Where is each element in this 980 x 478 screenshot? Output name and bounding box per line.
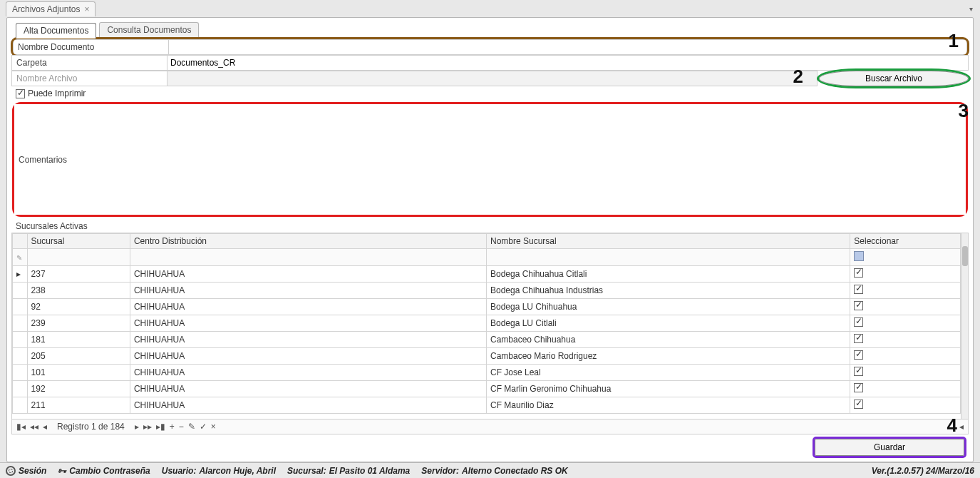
grid-header-centro-distribucion[interactable]: Centro Distribución [130, 234, 486, 249]
nav-prev-page-icon[interactable]: ◂◂ [30, 422, 38, 432]
cell-seleccionar[interactable] [850, 299, 961, 315]
cell-sucursal: 205 [27, 348, 130, 365]
cell-sucursal: 238 [27, 283, 130, 299]
label-comentarios: Comentarios [14, 104, 170, 215]
nav-prev-icon[interactable]: ◂ [43, 422, 47, 432]
grid-header-row: Sucursal Centro Distribución Nombre Sucu… [13, 234, 961, 249]
filter-nombre-sucursal[interactable] [486, 249, 850, 266]
filter-icon[interactable]: ✎ [16, 254, 22, 262]
filter-sucursal[interactable] [27, 249, 130, 266]
input-nombre-documento[interactable] [168, 39, 967, 55]
row-nombre-documento: Nombre Documento [13, 39, 967, 55]
grid-header-sucursal[interactable]: Sucursal [27, 234, 130, 249]
cell-nombre-sucursal: Bodega Chihuahua Citlali [486, 266, 850, 283]
annotation-4: 4 [947, 415, 957, 437]
table-row[interactable]: ▸237CHIHUAHUABodega Chihuahua Citlali [13, 266, 961, 283]
inner-tab-bar: Alta Documentos Consulta Documentos [11, 22, 969, 38]
label-puede-imprimir: Puede Imprimir [28, 88, 86, 98]
app-tab[interactable]: Archivos Adjuntos × [6, 1, 96, 16]
cell-sucursal: 211 [27, 397, 130, 414]
nav-next-icon[interactable]: ▸ [135, 422, 139, 432]
row-indicator [13, 381, 28, 397]
checkbox-puede-imprimir[interactable] [16, 89, 25, 98]
row-indicator [13, 283, 28, 299]
table-row[interactable]: 239CHIHUAHUABodega LU Citlali [13, 315, 961, 332]
guardar-button[interactable]: Guardar [815, 439, 964, 456]
filter-seleccionar[interactable] [850, 249, 961, 266]
grid-filter-row: ✎ [13, 249, 961, 266]
table-row[interactable]: 238CHIHUAHUABodega Chihuahua Industrias [13, 283, 961, 299]
label-carpeta: Carpeta [11, 55, 167, 71]
table-row[interactable]: 205CHIHUAHUACambaceo Mario Rodriguez [13, 348, 961, 365]
app-tab-bar: Archivos Adjuntos × ▾ [0, 0, 980, 17]
table-row[interactable]: 92CHIHUAHUABodega LU Chihuahua [13, 299, 961, 315]
cell-seleccionar[interactable] [850, 332, 961, 348]
row-indicator [13, 365, 28, 381]
nav-last-icon[interactable]: ▸▮ [156, 422, 165, 432]
cell-seleccionar[interactable] [850, 315, 961, 332]
input-carpeta[interactable] [167, 55, 969, 71]
annotation-3: 3 [959, 100, 969, 122]
nav-first-icon[interactable]: ▮◂ [16, 422, 26, 432]
nav-add-icon[interactable]: + [170, 422, 175, 432]
status-sesion[interactable]: Sesión [19, 466, 46, 476]
nav-next-page-icon[interactable]: ▸▸ [143, 422, 152, 432]
tab-menu-dropdown-icon[interactable]: ▾ [969, 5, 973, 13]
cell-seleccionar[interactable] [850, 266, 961, 283]
nav-record-text: Registro 1 de 184 [57, 422, 125, 432]
grid-header-seleccionar[interactable]: Seleccionar [850, 234, 961, 249]
row-indicator [13, 397, 28, 414]
nav-accept-icon[interactable]: ✓ [200, 422, 207, 432]
status-usuario: Alarcon Huje, Abril [199, 466, 276, 476]
table-row[interactable]: 181CHIHUAHUACambaceo Chihuahua [13, 332, 961, 348]
cell-centro-distribucion: CHIHUAHUA [130, 348, 486, 365]
row-indicator [13, 299, 28, 315]
cell-seleccionar[interactable] [850, 348, 961, 365]
filter-centro-distribucion[interactable] [130, 249, 486, 266]
table-row[interactable]: 101CHIHUAHUACF Jose Leal [13, 365, 961, 381]
status-sucursal-label: Sucursal: [287, 466, 326, 476]
cell-seleccionar[interactable] [850, 365, 961, 381]
cell-nombre-sucursal: CF Maurilio Diaz [486, 397, 850, 414]
main-panel: Alta Documentos Consulta Documentos Nomb… [6, 17, 974, 462]
row-indicator [13, 348, 28, 365]
row-indicator: ▸ [13, 266, 28, 283]
nav-scroll-left-icon[interactable]: ◂ [959, 422, 964, 432]
grid-header-indicator [13, 234, 28, 249]
cell-sucursal: 92 [27, 299, 130, 315]
table-row[interactable]: 192CHIHUAHUACF Marlin Geronimo Chihuahua [13, 381, 961, 397]
cell-seleccionar[interactable] [850, 381, 961, 397]
status-servidor: Alterno Conectado RS OK [462, 466, 568, 476]
nav-remove-icon[interactable]: − [179, 422, 184, 432]
cell-nombre-sucursal: CF Marlin Geronimo Chihuahua [486, 381, 850, 397]
annotation-1: 1 [949, 30, 959, 52]
buscar-archivo-button[interactable]: Buscar Archivo [819, 71, 969, 86]
cell-centro-distribucion: CHIHUAHUA [130, 381, 486, 397]
cell-nombre-sucursal: CF Jose Leal [486, 365, 850, 381]
cell-centro-distribucion: CHIHUAHUA [130, 266, 486, 283]
cell-seleccionar[interactable] [850, 397, 961, 414]
cell-centro-distribucion: CHIHUAHUA [130, 283, 486, 299]
cell-seleccionar[interactable] [850, 283, 961, 299]
close-icon[interactable]: × [84, 4, 89, 14]
input-comentarios[interactable] [170, 104, 966, 215]
nav-cancel-icon[interactable]: × [211, 422, 216, 432]
cell-nombre-sucursal: Bodega LU Citlali [486, 315, 850, 332]
table-row[interactable]: 211CHIHUAHUACF Maurilio Diaz [13, 397, 961, 414]
cell-centro-distribucion: CHIHUAHUA [130, 397, 486, 414]
form-area: Nombre Documento Carpeta Nombre Archivo … [11, 38, 969, 457]
grid-header-nombre-sucursal[interactable]: Nombre Sucursal [486, 234, 850, 249]
tab-consulta-documentos[interactable]: Consulta Documentos [99, 22, 199, 38]
grid-sucursales: Sucursal Centro Distribución Nombre Sucu… [11, 233, 969, 434]
cell-sucursal: 101 [27, 365, 130, 381]
status-cambio-contrasena[interactable]: Cambio Contraseña [69, 466, 150, 476]
status-sucursal: El Pasito 01 Aldama [329, 466, 411, 476]
key-icon: 🗝 [58, 466, 66, 476]
row-comentarios: Comentarios [12, 102, 968, 217]
grid-scrollbar[interactable] [961, 233, 968, 419]
status-bar: Sesión 🗝 Cambio Contraseña Usuario: Alar… [0, 462, 980, 478]
tab-alta-documentos[interactable]: Alta Documentos [16, 23, 96, 39]
gear-icon [6, 466, 16, 476]
nav-edit-icon[interactable]: ✎ [188, 422, 195, 432]
status-version: Ver.(1.2.0.57) 24/Marzo/16 [872, 466, 974, 476]
